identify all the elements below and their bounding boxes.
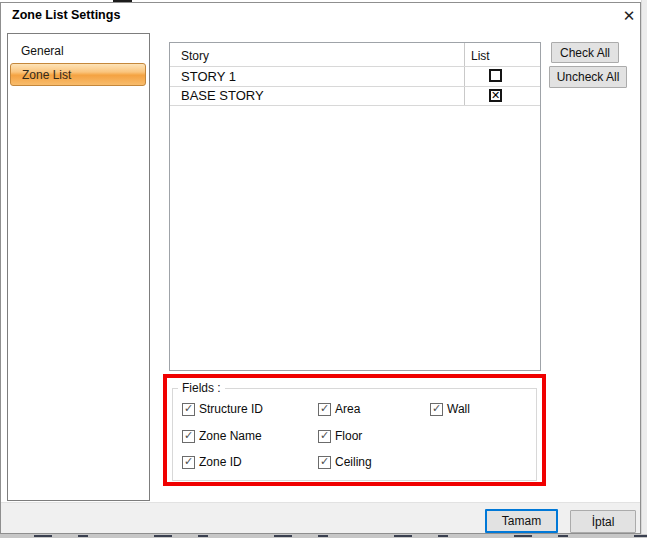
uncheck-all-button[interactable]: Uncheck All <box>549 66 627 88</box>
checkbox-icon: ✓ <box>182 456 195 469</box>
dialog-title: Zone List Settings <box>12 8 120 22</box>
check-mark-icon: ✓ <box>184 456 193 467</box>
field-checkbox-zone-name[interactable]: ✓ Zone Name <box>182 429 262 443</box>
list-checkbox-story-1[interactable]: ✕ <box>489 69 502 82</box>
field-label: Structure ID <box>199 402 263 416</box>
field-checkbox-wall[interactable]: ✓ Wall <box>430 402 470 416</box>
field-label: Wall <box>447 402 470 416</box>
check-mark-icon: ✓ <box>320 403 329 414</box>
field-checkbox-floor[interactable]: ✓ Floor <box>318 429 362 443</box>
field-label: Zone ID <box>199 455 242 469</box>
background-app-fragment-bottom-dashes <box>0 535 647 537</box>
field-label: Floor <box>335 429 362 443</box>
field-checkbox-zone-id[interactable]: ✓ Zone ID <box>182 455 242 469</box>
settings-category-sidebar: General Zone List <box>7 33 150 501</box>
checkbox-icon: ✓ <box>430 403 443 416</box>
table-row-story-1: STORY 1 <box>181 69 236 84</box>
background-app-fragment-right <box>641 0 647 538</box>
sidebar-item-zone-list[interactable]: Zone List <box>10 63 146 86</box>
check-mark-icon: ✓ <box>320 456 329 467</box>
field-label: Zone Name <box>199 429 262 443</box>
checkbox-icon: ✓ <box>318 430 331 443</box>
column-header-story: Story <box>181 49 209 63</box>
column-separator <box>464 43 465 106</box>
checkbox-icon: ✓ <box>318 456 331 469</box>
field-checkbox-ceiling[interactable]: ✓ Ceiling <box>318 455 372 469</box>
x-mark-icon: ✕ <box>491 91 500 100</box>
story-list-table: Story List STORY 1 BASE STORY ✕ ✕ <box>169 42 541 371</box>
list-checkbox-base-story[interactable]: ✕ <box>489 89 502 102</box>
check-mark-icon: ✓ <box>184 430 193 441</box>
check-mark-icon: ✓ <box>184 403 193 414</box>
row-separator <box>170 105 540 106</box>
screen: Zone List Settings ✕ General Zone List S… <box>0 0 647 538</box>
column-header-list: List <box>471 49 490 63</box>
checkbox-icon: ✓ <box>182 403 195 416</box>
check-mark-icon: ✓ <box>320 430 329 441</box>
header-separator <box>170 66 540 67</box>
row-separator <box>170 86 540 87</box>
ok-button[interactable]: Tamam <box>485 509 558 533</box>
field-checkbox-structure-id[interactable]: ✓ Structure ID <box>182 402 263 416</box>
field-label: Area <box>335 402 360 416</box>
field-checkbox-area[interactable]: ✓ Area <box>318 402 360 416</box>
check-mark-icon: ✓ <box>432 403 441 414</box>
checkbox-icon: ✓ <box>182 430 195 443</box>
close-icon[interactable]: ✕ <box>616 4 642 28</box>
checkbox-icon: ✓ <box>318 403 331 416</box>
cancel-button[interactable]: İptal <box>570 510 636 533</box>
field-label: Ceiling <box>335 455 372 469</box>
fields-groupbox-label: Fields : <box>178 381 225 395</box>
check-all-button[interactable]: Check All <box>551 42 619 63</box>
table-row-base-story: BASE STORY <box>181 88 264 103</box>
sidebar-item-general[interactable]: General <box>10 40 146 63</box>
